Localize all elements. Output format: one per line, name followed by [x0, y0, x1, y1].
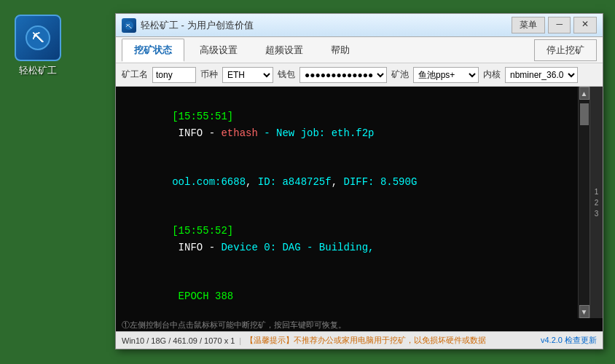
minimize-button[interactable]: ─: [548, 17, 571, 33]
side-panel: 1 2 3: [589, 87, 603, 318]
title-bar: ⛏ 轻松矿工 - 为用户创造价值 菜单 ─ ✕: [116, 14, 603, 37]
side-num-1: 1: [595, 188, 599, 196]
kernel-label: 内核: [483, 68, 501, 81]
log-line: [15:55:51] INFO - ethash - New job: eth.…: [123, 92, 571, 158]
log-line: EPOCH 388: [123, 272, 571, 318]
kernel-select[interactable]: nbminer_36.0: [505, 67, 578, 83]
wallet-label: 钱包: [278, 68, 295, 81]
svg-text:⛏: ⛏: [126, 23, 132, 30]
scrollbar-track[interactable]: [580, 100, 589, 305]
app-icon: ⛏: [15, 15, 61, 61]
coin-label: 币种: [200, 68, 218, 81]
title-icon: ⛏: [122, 18, 136, 33]
log-timestamp: [15:55:51]: [172, 111, 233, 122]
coin-select[interactable]: ETH: [222, 67, 273, 83]
miner-name-input[interactable]: [152, 67, 196, 83]
wallet-select[interactable]: ●●●●●●●●●●●●●●: [299, 67, 387, 83]
status-warning: 【温馨提示】不推荐办公或家用电脑用于挖矿，以免损坏硬件或数据: [246, 335, 486, 346]
tab-overclock-settings[interactable]: 超频设置: [253, 39, 316, 62]
log-scrollbar: ▲ ▼: [578, 87, 589, 318]
log-content[interactable]: [15:55:51] INFO - ethash - New job: eth.…: [116, 87, 578, 318]
menu-button[interactable]: 菜单: [512, 17, 545, 33]
scrollbar-down-button[interactable]: ▼: [579, 305, 589, 318]
window-title: 轻松矿工 - 为用户创造价值: [141, 19, 512, 32]
desktop-icon-label: 轻松矿工: [19, 64, 57, 77]
hint-bar: ①左侧控制台中点击鼠标标可能中断挖矿，按回车键即可恢复。: [116, 318, 603, 331]
status-bar: Win10 / 18G / 461.09 / 1070 x 1 | 【温馨提示】…: [116, 331, 603, 349]
pool-label: 矿池: [391, 68, 409, 81]
log-line: [15:55:52] INFO - Device 0: DAG - Buildi…: [123, 207, 571, 272]
tab-help[interactable]: 帮助: [318, 39, 362, 62]
pool-select[interactable]: 鱼池pps+: [413, 67, 479, 83]
hint-text: ①左侧控制台中点击鼠标标可能中断挖矿，按回车键即可恢复。: [122, 320, 346, 331]
svg-text:⛏: ⛏: [32, 32, 44, 44]
config-bar: 矿工名 币种 ETH 钱包 ●●●●●●●●●●●●●● 矿池 鱼池pps+ 内…: [116, 63, 603, 87]
scrollbar-thumb: [580, 103, 589, 125]
scrollbar-up-button[interactable]: ▲: [579, 87, 589, 100]
app-window: ⛏ 轻松矿工 - 为用户创造价值 菜单 ─ ✕ 挖矿状态 高级设置 超频设置 帮…: [115, 13, 603, 349]
menu-bar: 挖矿状态 高级设置 超频设置 帮助 停止挖矿: [116, 37, 603, 63]
system-info: Win10 / 18G / 461.09 / 1070 x 1: [122, 336, 235, 345]
miner-name-label: 矿工名: [122, 68, 148, 81]
title-controls: 菜单 ─ ✕: [512, 17, 597, 33]
log-line: ool.com:6688, ID: a848725f, DIFF: 8.590G: [123, 158, 571, 207]
version-check-button[interactable]: v4.2.0 检查更新: [541, 335, 597, 346]
stop-mining-button[interactable]: 停止挖矿: [534, 39, 597, 61]
desktop-icon[interactable]: ⛏ 轻松矿工: [15, 15, 61, 77]
side-num-3: 3: [595, 210, 599, 218]
close-button[interactable]: ✕: [573, 17, 597, 33]
log-area: [15:55:51] INFO - ethash - New job: eth.…: [116, 87, 603, 318]
tab-mining-status[interactable]: 挖矿状态: [122, 39, 184, 62]
side-num-2: 2: [595, 199, 599, 207]
tab-advanced-settings[interactable]: 高级设置: [187, 39, 250, 62]
log-timestamp: [15:55:52]: [172, 225, 233, 237]
